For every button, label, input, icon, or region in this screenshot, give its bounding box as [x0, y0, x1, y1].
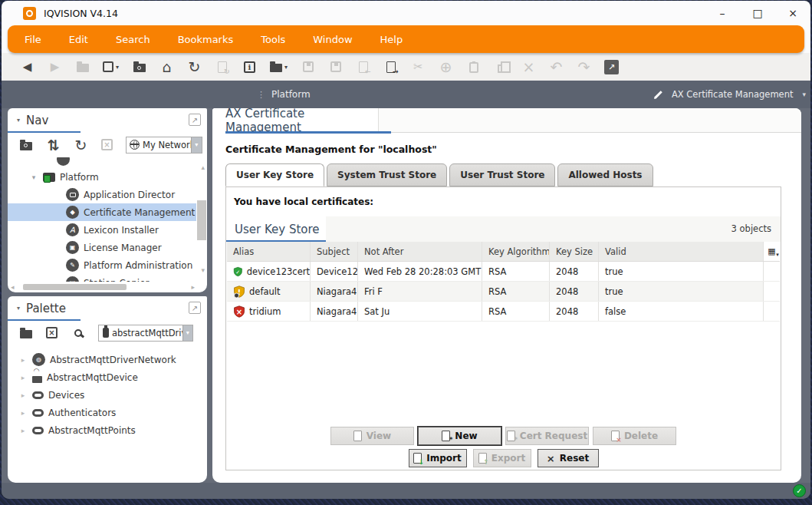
- tab-ax-certificate-management[interactable]: AX Certificate Management: [212, 108, 379, 133]
- tree-item-application-director[interactable]: Application Director: [8, 186, 196, 203]
- tree-collapsed-icon[interactable]: ▸: [18, 391, 28, 399]
- horizontal-scrollbar[interactable]: ◂ ▸: [8, 283, 196, 291]
- reload-page-icon[interactable]: ↻: [215, 59, 229, 74]
- menu-edit[interactable]: Edit: [58, 34, 99, 45]
- menu-help[interactable]: Help: [370, 34, 414, 45]
- recent-history-icon[interactable]: [132, 59, 146, 74]
- scroll-left-icon[interactable]: ◂: [11, 283, 15, 291]
- cert-request-button[interactable]: * Cert Request: [505, 427, 589, 445]
- paste-icon[interactable]: [466, 59, 481, 74]
- nav-collapse-icon[interactable]: ▾: [17, 117, 20, 124]
- tree-item-lexicon-installer[interactable]: A Lexicon Installer: [8, 221, 196, 239]
- maximize-button[interactable]: □: [740, 1, 775, 25]
- duplicate-icon[interactable]: [494, 59, 508, 74]
- cut-icon[interactable]: ✂: [411, 59, 426, 74]
- module-selector[interactable]: abstractMqttDriver ▾: [98, 325, 193, 342]
- nav-refresh-icon[interactable]: ↻: [74, 137, 88, 153]
- tree-collapsed-icon[interactable]: ▸: [18, 356, 28, 364]
- tree-item-abstractmqttdrivernetwork[interactable]: ▸ ◍ AbstractMqttDriverNetwork: [8, 351, 207, 368]
- network-selector[interactable]: My Network ▾: [126, 137, 202, 153]
- scroll-down-icon[interactable]: ▾: [201, 266, 205, 274]
- import-file-icon[interactable]: ←: [356, 59, 370, 74]
- tree-collapsed-icon[interactable]: ▸: [18, 374, 28, 381]
- info-icon[interactable]: i: [242, 59, 257, 74]
- copy-icon[interactable]: ⊕: [439, 59, 453, 74]
- horizontal-scrollbar-thumb[interactable]: [23, 284, 127, 290]
- tree-item-devices[interactable]: ▸ Devices: [8, 386, 207, 404]
- breadcrumb-overflow-icon[interactable]: ⋮: [257, 90, 265, 100]
- close-palette-icon[interactable]: ×: [46, 327, 58, 338]
- column-header-key-algorithm[interactable]: Key Algorithm: [482, 242, 550, 261]
- tab-system-trust-store[interactable]: System Trust Store: [327, 163, 447, 186]
- redo-icon[interactable]: ↷: [577, 59, 591, 74]
- tree-item-license-manager[interactable]: ▣ License Manager: [8, 239, 196, 256]
- menu-search[interactable]: Search: [105, 34, 161, 45]
- reset-button[interactable]: × Reset: [537, 449, 599, 467]
- column-header-not-after[interactable]: Not After: [358, 242, 482, 261]
- import-button[interactable]: ↓ Import: [409, 449, 467, 467]
- export-file-icon[interactable]: →: [383, 59, 398, 74]
- column-header-key-size[interactable]: Key Size: [550, 242, 599, 261]
- nav-close-view-icon[interactable]: ×: [101, 139, 113, 150]
- view-selector-arrow-icon[interactable]: ▾: [802, 91, 806, 98]
- forward-icon[interactable]: ▶: [48, 59, 62, 74]
- edit-pencil-icon[interactable]: [653, 89, 664, 101]
- tab-allowed-hosts[interactable]: Allowed Hosts: [557, 163, 653, 186]
- tree-item-platform[interactable]: ▾ Platform: [8, 168, 196, 186]
- tree-item-partial[interactable]: [8, 157, 196, 168]
- column-header-alias[interactable]: Alias: [227, 242, 311, 261]
- home-icon[interactable]: ⌂: [159, 59, 174, 74]
- tree-item-station-copier[interactable]: ▤ Station Copier: [8, 274, 196, 282]
- sort-icon[interactable]: ⇅: [46, 137, 61, 153]
- delete-icon[interactable]: ×: [521, 59, 536, 74]
- open-palette-icon[interactable]: [18, 325, 33, 341]
- minimize-button[interactable]: –: [705, 1, 740, 25]
- column-config-icon[interactable]: ▦▾: [764, 242, 780, 261]
- tree-collapsed-icon[interactable]: ▸: [18, 427, 28, 434]
- tree-item-platform-administration[interactable]: ✎ Platform Administration: [8, 256, 196, 274]
- undo-icon[interactable]: ↶: [549, 59, 564, 74]
- menu-tools[interactable]: Tools: [250, 34, 296, 45]
- back-icon[interactable]: ◀: [20, 59, 35, 74]
- menu-window[interactable]: Window: [302, 34, 363, 45]
- popout-icon[interactable]: ↗: [604, 59, 619, 74]
- breadcrumb[interactable]: Platform: [271, 89, 311, 100]
- up-level-icon[interactable]: [75, 59, 90, 74]
- tab-user-key-store[interactable]: User Key Store: [225, 163, 324, 186]
- new-folder-icon[interactable]: [18, 137, 33, 153]
- open-selector[interactable]: ▾: [270, 61, 288, 72]
- refresh-icon[interactable]: ↻: [187, 59, 202, 74]
- palette-collapse-icon[interactable]: ▾: [17, 305, 20, 312]
- tree-item-authenticators[interactable]: ▸ Authenticators: [8, 404, 207, 421]
- delete-button[interactable]: × Delete: [593, 427, 676, 445]
- menu-file[interactable]: File: [14, 34, 52, 45]
- menu-bookmarks[interactable]: Bookmarks: [167, 34, 245, 45]
- column-header-subject[interactable]: Subject: [311, 242, 358, 261]
- save-all-icon[interactable]: [328, 59, 343, 74]
- tree-item-abstractmqttpoints[interactable]: ▸ AbstractMqttPoints: [8, 421, 207, 439]
- tree-item-certificate-management[interactable]: ◆ Certificate Management: [8, 203, 196, 221]
- column-header-valid[interactable]: Valid: [599, 242, 764, 261]
- view-button[interactable]: View: [330, 427, 414, 445]
- scroll-up-icon[interactable]: ▴: [201, 163, 205, 171]
- view-selector[interactable]: AX Certificate Management: [672, 89, 794, 100]
- active-plugin-selector[interactable]: ▾: [103, 61, 119, 72]
- new-button[interactable]: * New: [418, 427, 501, 445]
- nav-popout-icon[interactable]: ↗: [189, 114, 201, 126]
- tree-collapsed-icon[interactable]: ▸: [18, 409, 28, 417]
- tab-user-trust-store[interactable]: User Trust Store: [449, 163, 555, 186]
- tree-item-abstractmqttdevice[interactable]: ▸ AbstractMqttDevice: [8, 368, 207, 386]
- save-icon[interactable]: [301, 59, 315, 74]
- table-row[interactable]: ! default Niagara4 Fri F RSA 2048 true: [227, 282, 780, 302]
- network-selector-arrow-icon[interactable]: ▾: [191, 137, 202, 153]
- search-icon[interactable]: [71, 325, 85, 341]
- palette-popout-icon[interactable]: ↗: [189, 302, 201, 314]
- connection-status-icon[interactable]: ✓: [793, 484, 806, 497]
- scroll-right-icon[interactable]: ▸: [191, 283, 195, 291]
- table-row[interactable]: × tridium Niagara4 Sat Ju RSA 2048 false: [227, 302, 780, 322]
- vertical-scrollbar-thumb[interactable]: [197, 200, 206, 240]
- tree-expanded-icon[interactable]: ▾: [29, 173, 38, 181]
- export-button[interactable]: ↑ Export: [473, 449, 531, 467]
- table-row[interactable]: ✓ device123cert Device123 Wed Feb 28 20:…: [227, 262, 780, 282]
- close-button[interactable]: ×: [775, 1, 810, 25]
